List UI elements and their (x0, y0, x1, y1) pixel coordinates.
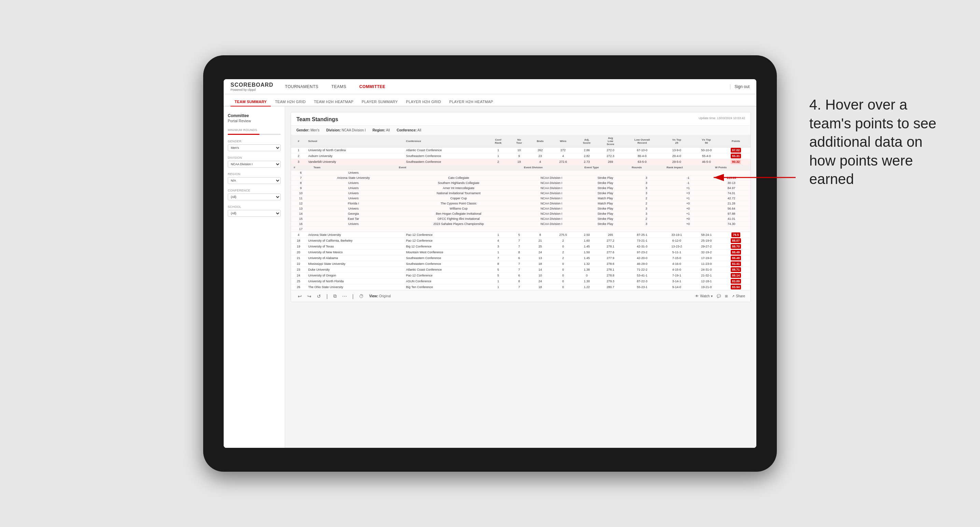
tab-player-summary[interactable]: PLAYER SUMMARY (358, 98, 402, 106)
division-select[interactable]: NCAA Division I (228, 161, 281, 168)
annotation-text: 4. Hover over a team's points to see add… (809, 95, 946, 189)
main-content: Committee Portal Review Minimum Rounds G… (224, 106, 756, 448)
view-toggle[interactable]: View: Original (368, 294, 392, 298)
tab-team-h2h-heatmap[interactable]: TEAM H2H HEATMAP (310, 98, 358, 106)
data-area: Team Standings Update time: 13/03/2024 1… (285, 106, 756, 448)
col-bnds: Bnds (529, 135, 552, 148)
separator2: | (351, 293, 355, 300)
col-vs25: Vs Top25 (662, 135, 692, 148)
table-row: 21 University of Alabama Southeastern Co… (291, 255, 751, 261)
filter-school-label: School (228, 205, 281, 208)
gender-select[interactable]: Men's (228, 144, 281, 151)
table-row: 18 University of California, Berkeley Pa… (291, 238, 751, 244)
event-row: 13 Univers Williams Cup NCAA Division I … (291, 206, 751, 211)
filter-division-label: Division (228, 156, 281, 159)
col-points: Points (721, 135, 751, 148)
tab-player-h2h-grid[interactable]: PLAYER H2H GRID (402, 98, 445, 106)
conference-select[interactable]: (All) (228, 194, 281, 200)
logo-subtitle: Powered by clippd (231, 88, 274, 92)
comment-button[interactable]: 💬 (717, 294, 721, 298)
table-row: 25 University of North Florida ASUN Conf… (291, 278, 751, 284)
slider-track[interactable] (228, 134, 281, 135)
event-row: 15 East Tar OFCC Fighting Illini Invitat… (291, 216, 751, 222)
report-container: Team Standings Update time: 13/03/2024 1… (291, 112, 751, 302)
event-row: 16 Univers 2023 Sahalee Players Champion… (291, 222, 751, 227)
redo-button[interactable]: ↪ (306, 293, 313, 300)
sub-navigation: TEAM SUMMARY TEAM H2H GRID TEAM H2H HEAT… (224, 94, 756, 106)
report-title: Team Standings (296, 116, 338, 122)
copy-button[interactable]: ⧉ (332, 292, 338, 300)
region-select[interactable]: N/A (228, 177, 281, 184)
tablet-shell: SCOREBOARD Powered by clippd TOURNAMENTS… (203, 55, 777, 472)
col-vs50: Vs Top50 (692, 135, 721, 148)
filter-conference: Conference (All) (228, 189, 281, 200)
clock-button[interactable]: ⏱ (358, 293, 365, 300)
top-navigation: SCOREBOARD Powered by clippd TOURNAMENTS… (224, 79, 756, 94)
bottom-toolbar: ↩ ↪ ↺ | ⧉ ⋯ | ⏱ View: Original (291, 290, 751, 302)
col-school: School (306, 135, 404, 148)
event-row: 12 Florida I The Cypress Point Classic N… (291, 201, 751, 206)
toolbar-left: ↩ ↪ ↺ | ⧉ ⋯ | ⏱ View: Original (296, 292, 392, 300)
sidebar-header: Committee (228, 113, 281, 118)
col-adj-score: Adj.Score (575, 135, 598, 148)
report-filter-row: Gender: Men's Division: NCAA Division I … (291, 125, 751, 135)
event-row: 14 Georgia Ben Hogan Collegiate Invitati… (291, 211, 751, 216)
filter-gender-label: Gender (228, 140, 281, 143)
table-row: 4 Arizona State University Pac-12 Confer… (291, 232, 751, 238)
undo-button[interactable]: ↩ (296, 293, 303, 300)
report-header: Team Standings Update time: 13/03/2024 1… (291, 112, 751, 125)
table-row: 20 University of New Mexico Mountain Wes… (291, 249, 751, 255)
filter-conference-label: Conference (228, 189, 281, 192)
event-row: 7 Arizona State University Cato Collegia… (291, 175, 751, 181)
table-row: 23 Duke University Atlantic Coast Confer… (291, 267, 751, 273)
filter-min-rounds: Minimum Rounds (228, 129, 281, 135)
col-low-overall: Low OverallRecord (622, 135, 662, 148)
sidebar-panel: Committee Portal Review Minimum Rounds G… (224, 106, 285, 448)
gender-filter-label: Gender: Men's (296, 129, 320, 132)
col-no-tour: NoTour (509, 135, 529, 148)
table-row: 26 The Ohio State University Big Ten Con… (291, 284, 751, 290)
more-button[interactable]: ⋯ (341, 293, 348, 300)
sign-out-button[interactable]: Sign out (730, 84, 749, 89)
tab-player-h2h-heatmap[interactable]: PLAYER H2H HEATMAP (445, 98, 497, 106)
table-row-highlighted: 3 Vanderbilt University Southeastern Con… (291, 159, 751, 165)
table-row: 1 University of North Carolina Atlantic … (291, 148, 751, 153)
watch-button[interactable]: 👁 Watch ▾ (695, 294, 713, 298)
main-nav-links: TOURNAMENTS TEAMS COMMITTEE (284, 84, 730, 89)
standings-table: # School Conference ConfRank NoTour Bnds… (291, 135, 751, 290)
filter-region: Region N/A (228, 172, 281, 184)
tab-team-summary[interactable]: TEAM SUMMARY (231, 98, 271, 106)
expanded-events-row: # Team Event Event Division Event Type R… (291, 165, 751, 232)
event-row: 9 Univers Amer Int Intercollegiate NCAA … (291, 186, 751, 191)
nav-tournaments[interactable]: TOURNAMENTS (284, 84, 320, 89)
event-row: 6 Univers (291, 170, 751, 175)
team-events-table: # Team Event Event Division Event Type R… (291, 165, 751, 232)
conference-filter-label: Conference: All (397, 129, 422, 132)
col-wins: Wins (551, 135, 575, 148)
filter-school: School (All) (228, 205, 281, 217)
logo-area: SCOREBOARD Powered by clippd (231, 82, 274, 92)
school-select[interactable]: (All) (228, 210, 281, 217)
filter-gender: Gender Men's (228, 140, 281, 151)
event-row: 17 (291, 227, 751, 232)
share-button[interactable]: ↗ Share (732, 294, 745, 298)
table-row: 19 University of Texas Big 12 Conference… (291, 244, 751, 249)
table-row: 2 Auburn University Southeastern Confere… (291, 153, 751, 159)
filter-region-label: Region (228, 172, 281, 176)
toolbar-right: 👁 Watch ▾ 💬 ⊞ ↗ Share (695, 294, 745, 298)
sidebar-sub: Portal Review (228, 119, 281, 123)
slider-fill (228, 134, 259, 135)
nav-teams[interactable]: TEAMS (330, 84, 348, 89)
event-row: 8 Univers Southern Highlands Collegiate … (291, 181, 751, 186)
col-conf-rank: ConfRank (487, 135, 509, 148)
refresh-button[interactable]: ↺ (315, 293, 322, 300)
app-logo: SCOREBOARD (231, 82, 274, 88)
tab-team-h2h-grid[interactable]: TEAM H2H GRID (271, 98, 310, 106)
filter-min-rounds-label: Minimum Rounds (228, 129, 281, 132)
col-conference: Conference (404, 135, 487, 148)
grid-button[interactable]: ⊞ (725, 294, 728, 298)
col-rank: # (291, 135, 306, 148)
nav-committee[interactable]: COMMITTEE (358, 84, 387, 89)
tablet-screen: SCOREBOARD Powered by clippd TOURNAMENTS… (224, 79, 756, 448)
col-avg-low: AvgLowScore (598, 135, 622, 148)
